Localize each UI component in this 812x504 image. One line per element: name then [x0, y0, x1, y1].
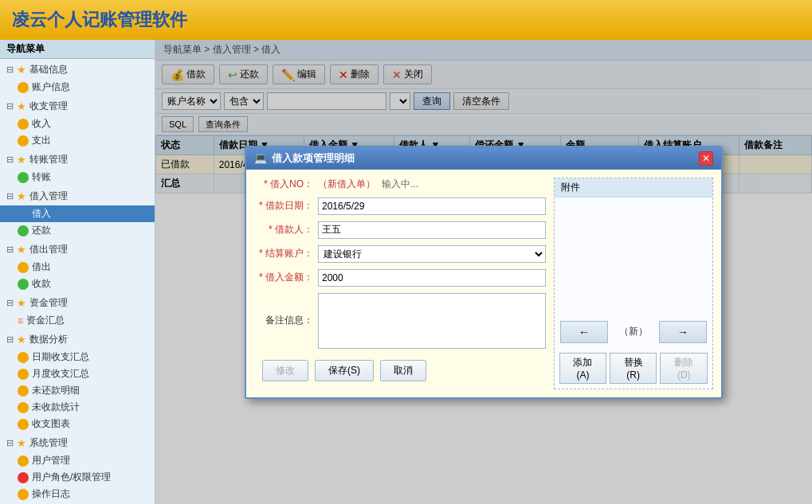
- sidebar-item-income-label: 收入: [32, 117, 51, 131]
- sidebar-item-borrow-return[interactable]: 还款: [0, 222, 155, 239]
- attachment-header: 附件: [555, 178, 712, 197]
- sidebar-group-system: ⊟ ★ 系统管理 用户管理 用户角色/权限管理 操作日志: [0, 434, 155, 502]
- attachment-footer: 添加(A) 替换(R) 删除(D): [555, 348, 712, 389]
- sidebar-group-basic-title[interactable]: ⊟ ★ 基础信息: [0, 61, 155, 79]
- amount-label: * 借入金额：: [254, 271, 318, 284]
- sidebar-group-analysis: ⊟ ★ 数据分析 日期收支汇总 月度收支汇总 未还款明细 未收款统计: [0, 330, 155, 432]
- sidebar-group-borrow: ⊟ ★ 借入管理 借入 还款: [0, 187, 155, 239]
- note-textarea[interactable]: [318, 293, 546, 349]
- yellow-icon: [18, 82, 29, 93]
- borrower-input[interactable]: [318, 221, 546, 239]
- green-icon: [18, 172, 29, 183]
- form-row-note: 备注信息：: [254, 293, 546, 349]
- sidebar-item-users[interactable]: 用户管理: [0, 452, 155, 469]
- star-icon-6: ★: [17, 297, 26, 309]
- app-title: 凌云个人记账管理软件: [12, 8, 187, 32]
- note-label: 备注信息：: [254, 314, 318, 327]
- form-row-account: * 结算账户： 建设银行 工商银行 招商银行 农业银行: [254, 245, 546, 263]
- sidebar-group-lend-title[interactable]: ⊟ ★ 借出管理: [0, 240, 155, 259]
- sidebar-group-income-expense-title[interactable]: ⊟ ★ 收支管理: [0, 97, 155, 115]
- modal-body: * 借入NO： （新借入单） 输入中... * 借款日期： * 借款人： * 结…: [246, 170, 721, 397]
- date-input[interactable]: [318, 197, 546, 215]
- borrow-no-value: （新借入单）: [318, 178, 375, 191]
- sidebar-item-chart-label: 收支图表: [32, 417, 70, 431]
- modal-form-footer: 修改 保存(S) 取消: [254, 355, 546, 389]
- sidebar-item-uncollected-label: 未收款统计: [32, 400, 80, 414]
- attachment-content: [555, 197, 712, 321]
- sidebar-group-borrow-label: 借入管理: [29, 189, 68, 203]
- sidebar-group-funds-label: 资金管理: [29, 296, 68, 310]
- sidebar-group-income-expense: ⊟ ★ 收支管理 收入 支出: [0, 97, 155, 149]
- yellow-icon-4: [18, 262, 29, 273]
- title-bar: 凌云个人记账管理软件: [0, 0, 812, 40]
- sidebar-item-users-label: 用户管理: [32, 454, 70, 467]
- sidebar-item-daily[interactable]: 日期收支汇总: [0, 349, 155, 365]
- sidebar-group-system-title[interactable]: ⊟ ★ 系统管理: [0, 434, 155, 452]
- sidebar-item-uncollected[interactable]: 未收款统计: [0, 399, 155, 416]
- sidebar-item-unreturned[interactable]: 未还款明细: [0, 382, 155, 399]
- sidebar-item-operations[interactable]: 操作日志: [0, 486, 155, 502]
- sidebar-item-borrow-in-label: 借入: [32, 207, 51, 221]
- star-icon-8: ★: [17, 437, 26, 449]
- sidebar-group-transfer-title[interactable]: ⊟ ★ 转账管理: [0, 150, 155, 169]
- collapse-icon-7: ⊟: [6, 334, 14, 345]
- collapse-icon-2: ⊟: [6, 101, 14, 111]
- collapse-icon-5: ⊟: [6, 244, 14, 255]
- sidebar-group-funds-title[interactable]: ⊟ ★ 资金管理: [0, 294, 155, 312]
- prev-button[interactable]: ←: [560, 321, 608, 343]
- modal-close-button[interactable]: ✕: [699, 151, 713, 166]
- amount-input[interactable]: [318, 269, 546, 287]
- borrower-label: * 借款人：: [254, 223, 318, 236]
- sidebar-item-lend-collect[interactable]: 收款: [0, 275, 155, 292]
- form-row-borrower: * 借款人：: [254, 221, 546, 239]
- star-icon-4: ★: [17, 190, 26, 202]
- yellow-icon-6: [18, 369, 29, 380]
- sidebar-item-roles[interactable]: 用户角色/权限管理: [0, 469, 155, 486]
- collapse-icon: ⊟: [6, 64, 14, 75]
- attachment-panel: 附件 ← （新） → 添加(A) 替换(: [554, 178, 713, 389]
- sidebar-item-borrow-in[interactable]: 借入: [0, 205, 155, 222]
- modal-title-icon: 💻: [254, 152, 267, 164]
- sidebar-item-funds-summary-label: 资金汇总: [26, 314, 65, 327]
- star-icon-7: ★: [17, 334, 26, 346]
- sidebar-item-lend-out-label: 借出: [32, 260, 51, 274]
- green-icon-3: [18, 279, 29, 290]
- attach-delete-button[interactable]: 删除(D): [660, 353, 708, 384]
- sidebar-item-operations-label: 操作日志: [32, 487, 70, 501]
- blue-icon: [18, 209, 29, 220]
- sidebar-group-income-expense-label: 收支管理: [29, 100, 68, 113]
- sidebar-item-expense[interactable]: 支出: [0, 132, 155, 149]
- cancel-button[interactable]: 取消: [380, 360, 426, 381]
- modal-overlay: 💻 借入款项管理明细 ✕ * 借入NO： （新借入单） 输入中... * 借款日…: [155, 40, 812, 504]
- attach-replace-label: 替换(R): [624, 357, 643, 381]
- sidebar-item-funds-summary[interactable]: ≡ 资金汇总: [0, 312, 155, 329]
- sidebar-item-transfer[interactable]: 转账: [0, 169, 155, 186]
- cancel-btn-label: 取消: [394, 365, 413, 376]
- attach-replace-button[interactable]: 替换(R): [610, 353, 657, 384]
- sidebar-item-income[interactable]: 收入: [0, 115, 155, 132]
- sidebar-group-borrow-title[interactable]: ⊟ ★ 借入管理: [0, 187, 155, 205]
- sidebar-item-lend-out[interactable]: 借出: [0, 259, 155, 275]
- account-select[interactable]: 建设银行 工商银行 招商银行 农业银行: [318, 245, 546, 263]
- sidebar-item-chart[interactable]: 收支图表: [0, 416, 155, 432]
- sidebar: 导航菜单 ⊟ ★ 基础信息 账户信息 ⊟ ★ 收支管理 收入: [0, 40, 155, 504]
- sidebar-group-lend: ⊟ ★ 借出管理 借出 收款: [0, 240, 155, 292]
- attach-delete-label: 删除(D): [674, 357, 693, 381]
- sidebar-item-daily-label: 日期收支汇总: [32, 350, 89, 364]
- attach-add-button[interactable]: 添加(A): [559, 353, 606, 384]
- sidebar-item-borrow-return-label: 还款: [32, 224, 51, 237]
- borrow-no-label: * 借入NO：: [254, 178, 318, 191]
- save-button[interactable]: 保存(S): [315, 360, 374, 381]
- sidebar-item-account-info[interactable]: 账户信息: [0, 79, 155, 96]
- modal-dialog: 💻 借入款项管理明细 ✕ * 借入NO： （新借入单） 输入中... * 借款日…: [245, 146, 723, 399]
- sidebar-group-basic: ⊟ ★ 基础信息 账户信息: [0, 61, 155, 96]
- sidebar-group-system-label: 系统管理: [29, 436, 68, 450]
- yellow-icon-7: [18, 385, 29, 397]
- sidebar-item-unreturned-label: 未还款明细: [32, 384, 80, 397]
- attach-add-label: 添加(A): [573, 357, 592, 381]
- sidebar-item-monthly[interactable]: 月度收支汇总: [0, 365, 155, 382]
- collapse-icon-8: ⊟: [6, 438, 14, 448]
- next-button[interactable]: →: [659, 321, 707, 343]
- sidebar-group-analysis-title[interactable]: ⊟ ★ 数据分析: [0, 330, 155, 349]
- modify-button[interactable]: 修改: [262, 360, 308, 381]
